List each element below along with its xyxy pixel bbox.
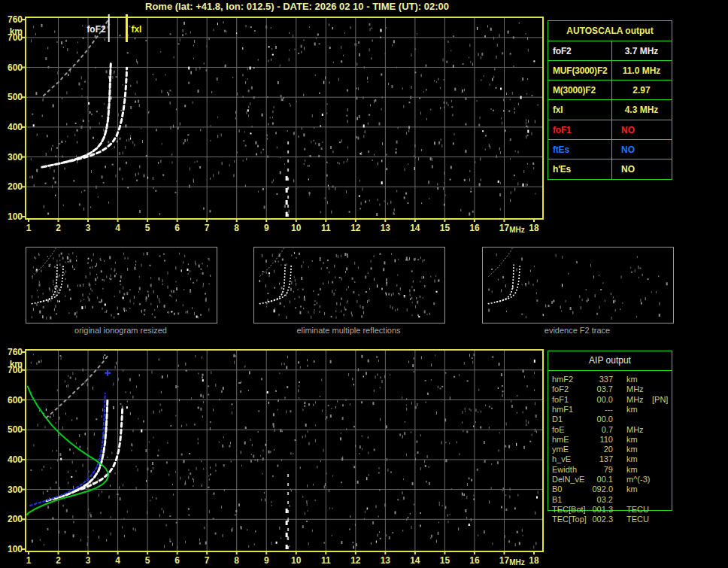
F2-X-trace [74,409,122,491]
thumbnail-second-hop-trace [488,248,512,277]
y-tick-label: 760 [0,14,23,25]
y-tick-label: 100 [0,544,23,554]
x-tick-label: 8 [226,555,248,566]
aip-row-foe: foE0.7MHz [548,425,672,435]
aip-param-unit: km [626,405,652,415]
autoscala-param-label: MUF(3000)F2 [548,61,611,80]
y-axis-unit-label: km [0,359,23,369]
aip-param-value: 337 [571,375,613,384]
aip-row-delnve: DelN_vE00.1m^(-3) [548,475,672,484]
aip-param-unit: km [626,375,652,384]
thumbnail-second-hop-trace [32,248,56,277]
x-tick-label: 7 [196,223,218,233]
y-tick-label: 200 [0,181,23,192]
autoscala-row-muf3000f2: MUF(3000)F211.0 MHz [548,60,672,80]
aip-param-value: 00.0 [571,395,613,405]
autoscala-output-table: AUTOSCALA output foF23.7 MHzMUF(3000)F21… [548,20,672,180]
thumbnail-caption: original ionogram resized [26,326,216,335]
aip-param-unit: km [626,445,652,454]
second-hop-trace [47,354,109,418]
aip-param-unit: km [626,465,652,475]
autoscala-table-header: AUTOSCALA output [548,21,672,41]
x-tick-label: 11 [314,555,337,566]
autoscala-param-value: 4.3 MHz [611,100,672,120]
aip-param-unit: km [626,435,652,445]
thumbnail-caption: evidence F2 trace [482,326,672,335]
y-tick-label: 400 [0,122,23,132]
y-tick-label: 500 [0,92,23,102]
top-ionogram-border [26,17,543,219]
bottom-ionogram-plot [25,349,544,552]
aip-param-unit: MHz [626,384,652,394]
aip-output-table: AIP output hmF2337kmfoF203.7MHzfoF100.0M… [548,351,672,511]
autoscala-row-fof2: foF23.7 MHz [548,41,672,61]
x-tick-label: 16 [463,555,486,566]
aip-param-value: 03.2 [571,495,613,505]
aip-param-value: 137 [571,454,613,464]
aip-param-unit: MHz [626,425,652,435]
aip-row-b1: B103.2 [548,495,672,505]
top-ionogram-plot [25,17,544,220]
autoscala-param-value: NO [611,120,672,140]
y-tick-label: 300 [0,152,23,163]
x-tick-label: 1 [17,223,40,233]
noise-dots [32,252,211,320]
thumbnail-caption: eliminate multiple reflections [253,326,444,335]
x-tick-label: 1 [17,555,40,566]
station-title: Rome (lat: +41.8, lon: 012.5) - DATE: 20… [0,1,594,12]
x-tick-label: 13 [374,223,396,233]
thumbnail-F2-O-trace [488,264,514,303]
x-tick-label: 4 [107,555,129,566]
aip-param-unit: km [626,484,652,494]
y-tick-label: 200 [0,514,23,524]
x-tick-label: 9 [255,555,278,566]
x-tick-label: 12 [344,223,367,233]
autoscala-param-label: foF1 [548,120,611,140]
x-axis-unit-label: MHz [509,226,525,234]
aip-param-value: 092.0 [571,484,613,494]
x-tick-label: 3 [77,223,99,233]
x-tick-label: 4 [107,223,129,233]
x-tick-label: 14 [404,555,426,566]
x-tick-label: 8 [226,223,248,233]
aip-row-hme: hmE110km [548,435,672,445]
autoscala-row-fof1: foF1NO [548,120,672,140]
aip-param-value: 03.7 [571,384,613,394]
aip-param-value: 00.0 [571,415,613,424]
aip-row-hmf1: hmF1---km [548,405,672,415]
x-tick-label: 14 [404,223,426,233]
aip-row-hmf2: hmF2337km [548,375,672,384]
aip-param-value: 002.3 [571,515,613,524]
aip-param-value: 001.3 [571,505,613,515]
x-tick-label: 18 [523,555,545,566]
x-tick-label: 9 [255,223,278,233]
thumbnail-F2-O-trace [259,264,285,303]
autoscala-param-label: M(3000)F2 [548,80,611,100]
x-tick-label: 5 [136,223,159,233]
aip-param-note: [PN] [652,395,672,405]
y-tick-label: 600 [0,395,23,405]
aip-row-tecbot: TEC[Bot]001.3TECU [548,505,672,515]
aip-row-yme: ymE20km [548,445,672,454]
autoscala-param-value: 3.7 MHz [611,41,672,61]
aip-param-unit: km [626,454,652,464]
aip-param-value: --- [571,405,613,415]
x-tick-label: 5 [136,555,159,566]
y-tick-label: 760 [0,347,23,357]
y-tick-label: 100 [0,211,23,222]
aip-param-value: 20 [571,445,613,454]
autoscala-row-hes: h'EsNO [548,159,672,179]
aip-param-value: 110 [571,435,613,445]
autoscala-param-label: h'Es [548,159,611,179]
aip-row-fof1: foF100.0MHz[PN] [548,395,672,405]
x-tick-label: 7 [196,555,218,566]
x-tick-label: 2 [47,555,70,566]
x-tick-label: 2 [47,223,70,233]
aip-row-fof2: foF203.7MHz [548,384,672,394]
x-tick-label: 15 [433,555,456,566]
x-tick-label: 10 [285,555,308,566]
aip-param-value: 0.7 [571,425,613,435]
autoscala-param-value: 2.97 [611,80,672,100]
noise-dots [259,252,440,319]
thumbnail-evidence-f2-trace [482,247,674,323]
